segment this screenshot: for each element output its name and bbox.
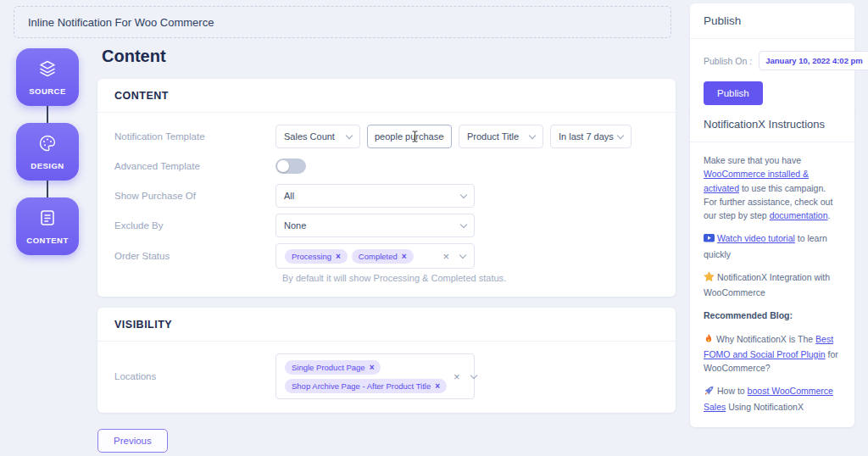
visibility-section-header: VISIBILITY xyxy=(97,308,676,342)
location-tag: Shop Archive Page - After Product Title … xyxy=(285,379,447,393)
field-label: Locations xyxy=(114,371,275,381)
document-icon xyxy=(37,208,58,231)
step-content-button[interactable]: CONTENT xyxy=(16,197,79,255)
video-tutorial-line: Watch video tutorial to learn quickly xyxy=(704,231,841,261)
template-variable-select[interactable]: Product Title xyxy=(459,125,543,148)
content-section-body: Notification Template Sales Count xyxy=(97,113,676,297)
publish-button[interactable]: Publish xyxy=(704,81,763,105)
publish-date-input[interactable]: January 10, 2022 4:02 pm xyxy=(759,51,868,70)
publish-on-label: Publish On : xyxy=(704,56,752,66)
visibility-section-body: Locations Single Product Page × Shop Arc… xyxy=(97,342,676,413)
notificationx-admin-page: SOURCE DESIGN CON xyxy=(0,0,868,456)
step-content-label: CONTENT xyxy=(26,236,68,245)
publish-panel-header: Publish xyxy=(690,3,854,39)
template-text-wrap xyxy=(367,125,452,148)
step-connector xyxy=(47,181,48,197)
show-purchase-of-row: Show Purchase Of All xyxy=(114,184,659,208)
template-text-input[interactable] xyxy=(367,125,452,148)
advanced-template-row: Advanced Template xyxy=(114,154,659,178)
documentation-link[interactable]: documentation xyxy=(770,210,828,220)
instructions-intro: Make sure that you have WooCommerce inst… xyxy=(704,153,841,222)
order-status-row: Order Status Processing × Completed × xyxy=(114,243,659,269)
template-duration-select[interactable]: In last 7 days xyxy=(550,125,632,148)
step-source-button[interactable]: SOURCE xyxy=(16,48,79,106)
order-status-help-text: By default it will show Processing & Com… xyxy=(282,273,659,283)
publish-panel: Publish Publish On : January 10, 2022 4:… xyxy=(690,3,854,119)
order-status-multiselect[interactable]: Processing × Completed × × xyxy=(275,243,475,269)
field-label: Order Status xyxy=(114,251,275,261)
previous-button[interactable]: Previous xyxy=(97,429,168,453)
field-label: Show Purchase Of xyxy=(114,191,275,201)
exclude-by-select[interactable]: None xyxy=(275,214,475,237)
notification-template-controls: Sales Count Product Title xyxy=(275,125,659,148)
locations-multiselect[interactable]: Single Product Page × Shop Archive Page … xyxy=(275,353,475,399)
recommended-blog-header: Recommended Blog: xyxy=(704,309,841,322)
video-tutorial-link[interactable]: Watch video tutorial xyxy=(717,233,795,243)
video-icon xyxy=(704,232,715,247)
fire-icon xyxy=(704,333,714,348)
blog-link-1: Why NotificationX is The Best FOMO and S… xyxy=(704,332,841,375)
content-section-card: CONTENT Notification Template Sales Coun… xyxy=(97,79,676,297)
star-icon xyxy=(704,271,715,286)
location-tag: Single Product Page × xyxy=(285,360,381,375)
instructions-panel-body: Make sure that you have WooCommerce inst… xyxy=(690,142,854,427)
chevron-down-icon xyxy=(460,191,467,197)
step-connector xyxy=(47,106,48,123)
tag-remove-icon[interactable]: × xyxy=(370,363,375,372)
chevron-down-icon xyxy=(460,220,467,227)
toggle-knob xyxy=(277,160,289,172)
advanced-template-toggle[interactable] xyxy=(275,158,306,174)
content-section-header: CONTENT xyxy=(97,79,676,113)
chevron-down-icon[interactable] xyxy=(459,251,466,258)
notification-template-row: Notification Template Sales Count xyxy=(114,125,659,148)
rocket-icon xyxy=(704,385,715,399)
locations-row: Locations Single Product Page × Shop Arc… xyxy=(114,353,659,399)
chevron-down-icon xyxy=(346,131,353,138)
tag-remove-icon[interactable]: × xyxy=(435,381,440,391)
step-navigation: SOURCE DESIGN CON xyxy=(16,48,79,255)
order-status-group: Order Status Processing × Completed × xyxy=(114,243,659,283)
clear-all-icon[interactable]: × xyxy=(453,371,460,382)
campaign-title-input[interactable] xyxy=(14,6,671,38)
integration-line: NotificationX Integration with WooCommer… xyxy=(704,270,841,300)
step-design-button[interactable]: DESIGN xyxy=(16,123,79,181)
tag-remove-icon[interactable]: × xyxy=(402,252,407,261)
palette-icon xyxy=(37,133,58,157)
order-status-tag: Processing × xyxy=(285,249,348,264)
page-title: Content xyxy=(102,47,166,66)
template-type-select[interactable]: Sales Count xyxy=(275,125,360,148)
step-source-label: SOURCE xyxy=(29,86,66,96)
show-purchase-of-select[interactable]: All xyxy=(275,184,475,208)
clear-all-icon[interactable]: × xyxy=(442,251,449,262)
blog-link-2: How to boost WooCommerce Sales Using Not… xyxy=(704,384,841,414)
order-status-tag: Completed × xyxy=(352,249,414,264)
instructions-panel: NotificationX Instructions Make sure tha… xyxy=(690,107,854,427)
field-label: Exclude By xyxy=(114,220,275,231)
field-label: Notification Template xyxy=(114,131,275,142)
exclude-by-row: Exclude By None xyxy=(114,214,659,237)
tag-remove-icon[interactable]: × xyxy=(336,252,341,261)
step-design-label: DESIGN xyxy=(31,161,64,170)
layers-icon xyxy=(37,58,58,82)
visibility-section-card: VISIBILITY Locations Single Product Page… xyxy=(97,308,676,413)
chevron-down-icon[interactable] xyxy=(470,371,476,378)
field-label: Advanced Template xyxy=(114,161,275,171)
chevron-down-icon xyxy=(529,131,536,138)
chevron-down-icon xyxy=(617,131,624,138)
instructions-panel-header: NotificationX Instructions xyxy=(690,107,854,142)
